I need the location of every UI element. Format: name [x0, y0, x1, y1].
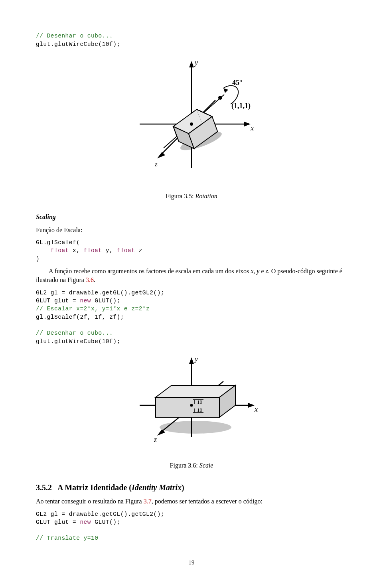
coord-label: (1,1,1) [231, 102, 251, 110]
axis-y-label: y [194, 355, 198, 363]
svg-point-16 [190, 122, 193, 126]
code-line: glut.glutWireCube(10f); [36, 41, 120, 47]
code-block-1: // Desenhar o cubo... glut.glutWireCube(… [36, 24, 347, 48]
angle-label: 45° [232, 79, 242, 87]
scaling-heading: Scaling [36, 213, 347, 221]
scaling-intro: Função de Escala: [36, 226, 347, 235]
svg-point-7 [218, 96, 222, 100]
svg-marker-5 [157, 152, 165, 158]
page-number: 19 [36, 558, 347, 567]
svg-marker-8 [223, 88, 228, 93]
figure-ref-36: 3.6 [86, 276, 94, 283]
subsection-heading: 3.5.2 A Matriz Identidade (Identity Matr… [36, 482, 347, 493]
svg-marker-20 [248, 403, 255, 408]
svg-marker-25 [156, 397, 219, 417]
svg-marker-18 [189, 357, 194, 364]
code-signature-scalef: GL.glScalef( float x, float y, float z ) [36, 239, 347, 263]
figure-scale: y x z 10 10 [36, 353, 347, 457]
figure-ref-37: 3.7 [144, 498, 152, 505]
code-block-3: GL2 gl = drawable.getGL().getGL2(); GLUT… [36, 510, 347, 543]
axis-z-label: z [154, 436, 157, 444]
svg-point-23 [160, 421, 231, 434]
code-block-2: GL2 gl = drawable.getGL().getGL2(); GLUT… [36, 289, 347, 345]
figure-caption-35: Figura 3.5: Rotation [36, 192, 347, 201]
subsection-paragraph: Ao tentar conseguir o resultado na Figur… [36, 497, 347, 506]
figure-rotation: y x z 45° (1,1,1) [36, 56, 347, 188]
dim-label-1: 10 [197, 399, 202, 405]
axis-x-label: x [254, 405, 258, 413]
svg-marker-3 [244, 122, 251, 126]
scaling-paragraph: A função recebe como argumentos os facto… [36, 267, 347, 285]
axis-y-label: y [194, 59, 198, 67]
axis-z-label: z [154, 160, 158, 168]
svg-point-31 [190, 404, 193, 406]
dim-label-2: 10 [197, 407, 202, 413]
axis-x-label: x [250, 124, 254, 132]
code-comment: // Desenhar o cubo... [36, 33, 113, 39]
svg-marker-1 [189, 61, 194, 67]
figure-caption-36: Figura 3.6: Scale [36, 461, 347, 470]
